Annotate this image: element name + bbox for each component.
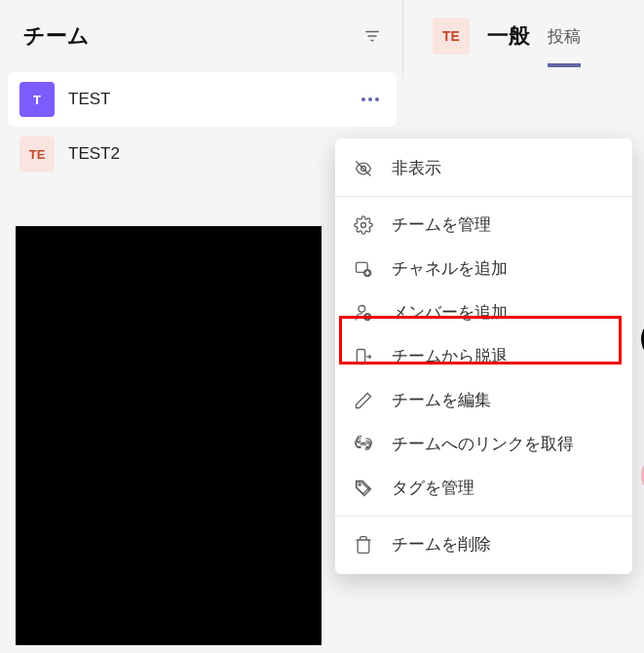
add-member-icon [353, 302, 374, 324]
menu-get-link[interactable]: チームへのリンクを取得 [335, 422, 632, 466]
team-item-test[interactable]: T TEST [8, 72, 397, 127]
team-avatar: T [19, 82, 55, 117]
svg-rect-14 [357, 349, 364, 364]
add-channel-icon [353, 258, 374, 280]
menu-label: チャネルを追加 [392, 257, 508, 280]
edit-icon [353, 390, 374, 411]
channel-team-avatar: TE [433, 18, 470, 55]
sidebar-title: チーム [23, 21, 90, 51]
link-icon [353, 434, 374, 455]
menu-label: チームから脱退 [392, 345, 508, 367]
channel-name: 一般 [487, 21, 530, 51]
eye-off-icon [353, 158, 374, 179]
trash-icon [353, 534, 374, 556]
menu-leave-team[interactable]: チームから脱退 [335, 334, 632, 378]
menu-divider [335, 516, 632, 517]
svg-point-5 [361, 222, 366, 227]
menu-label: タグを管理 [392, 477, 474, 499]
menu-label: メンバーを追加 [392, 301, 508, 324]
menu-manage-team[interactable]: チームを管理 [335, 203, 632, 247]
team-name-label: TEST [68, 90, 356, 109]
menu-add-member[interactable]: メンバーを追加 [335, 290, 632, 334]
leave-icon [353, 346, 374, 367]
menu-label: チームを管理 [392, 213, 491, 236]
filter-icon[interactable] [363, 27, 381, 45]
svg-point-15 [359, 483, 360, 485]
menu-add-channel[interactable]: チャネルを追加 [335, 247, 632, 290]
tab-posts[interactable]: 投稿 [548, 25, 581, 48]
menu-edit-team[interactable]: チームを編集 [335, 378, 632, 422]
gear-icon [353, 214, 374, 236]
menu-label: チームを編集 [392, 389, 491, 411]
menu-delete-team[interactable]: チームを削除 [335, 522, 632, 566]
menu-label: チームへのリンクを取得 [392, 433, 574, 455]
svg-point-10 [359, 305, 365, 312]
menu-label: 非表示 [392, 157, 441, 179]
team-avatar: TE [19, 136, 55, 172]
sidebar-header: チーム [0, 0, 404, 72]
menu-hide[interactable]: 非表示 [335, 146, 632, 190]
menu-divider [335, 196, 632, 197]
menu-manage-tags[interactable]: タグを管理 [335, 466, 632, 510]
team-context-menu: 非表示 チームを管理 チャネルを追加 メンバーを追加 チームから脱退 チームを編… [335, 138, 632, 574]
tag-icon [353, 478, 374, 499]
redacted-region [16, 226, 322, 645]
menu-label: チームを削除 [392, 533, 491, 556]
team-more-button[interactable] [356, 92, 385, 107]
channel-header-panel: TE 一般 投稿 [402, 0, 644, 78]
